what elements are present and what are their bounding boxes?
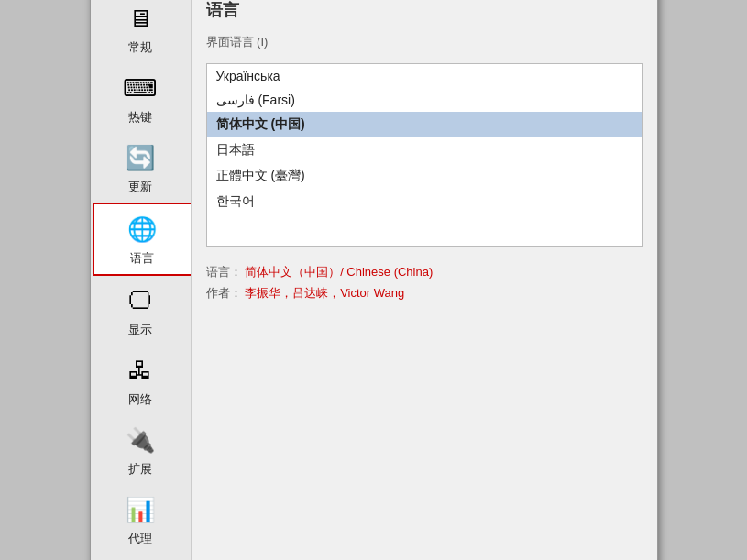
lang-item-ukrainian[interactable]: Українська (207, 64, 642, 88)
interface-lang-label: 界面语言 (I) (206, 34, 643, 50)
network-icon: 🖧 (123, 353, 158, 388)
lang-item-chinese-simplified[interactable]: 简体中文 (中国) (207, 112, 642, 137)
section-title: 语言 (206, 0, 643, 21)
sidebar-item-proxy[interactable]: 📊 代理 (91, 485, 191, 555)
lang-info-author: 作者： 李振华，吕达崃，Victor Wang (206, 282, 643, 303)
sidebar-label-display: 显示 (128, 322, 152, 338)
monitor-icon: 🖥 (123, 1, 158, 36)
lang-item-korean[interactable]: 한국어 (207, 189, 642, 214)
lang-info: 语言： 简体中文（中国）/ Chinese (China) 作者： 李振华，吕达… (206, 261, 643, 304)
author-label: 作者： (206, 286, 242, 300)
sidebar-label-update: 更新 (128, 179, 152, 195)
sidebar-item-hotkeys[interactable]: ⌨ 热键 (91, 63, 191, 133)
sidebar-label-language: 语言 (130, 250, 154, 267)
sidebar-item-update[interactable]: 🔄 更新 (91, 133, 191, 203)
sidebar-item-general[interactable]: 🖥 常规 (91, 0, 191, 63)
keyboard-icon: ⌨ (123, 71, 158, 105)
globe-icon: 🌐 (125, 212, 159, 247)
sidebar-label-network: 网络 (128, 391, 152, 408)
lang-item-farsi[interactable]: فارسی (Farsi) (207, 88, 642, 112)
refresh-icon: 🔄 (123, 140, 158, 175)
lang-item-chinese-traditional[interactable]: 正體中文 (臺灣) (207, 163, 642, 189)
sidebar-label-proxy: 代理 (128, 531, 152, 547)
language-list-container[interactable]: Українська فارسی (Farsi) 简体中文 (中国) 日本語 正… (206, 63, 643, 247)
content-area: 语言 界面语言 (I) Українська فارسی (Farsi) 简体中… (192, 0, 657, 560)
lang-label: 语言： (206, 265, 242, 279)
sidebar: 🖥 常规 ⌨ 热键 🔄 更新 🌐 语言 🖵 显示 🖧 网络 (91, 0, 192, 560)
lang-item-japanese[interactable]: 日本語 (207, 137, 642, 163)
display-icon: 🖵 (123, 283, 158, 318)
extend-icon: 🔌 (123, 423, 158, 457)
proxy-icon: 📊 (123, 492, 158, 527)
sidebar-item-display[interactable]: 🖵 显示 (91, 276, 191, 346)
sidebar-item-language[interactable]: 🌐 语言 (93, 203, 191, 276)
language-list: Українська فارسی (Farsi) 简体中文 (中国) 日本語 正… (207, 64, 642, 214)
author-value: 李振华，吕达崃，Victor Wang (245, 286, 404, 300)
sidebar-label-hotkeys: 热键 (128, 109, 152, 126)
lang-value: 简体中文（中国）/ Chinese (China) (245, 265, 433, 279)
dialog-body: 🖥 常规 ⌨ 热键 🔄 更新 🌐 语言 🖵 显示 🖧 网络 (91, 0, 657, 560)
lang-info-language: 语言： 简体中文（中国）/ Chinese (China) (206, 261, 643, 282)
sidebar-item-extend[interactable]: 🔌 扩展 (91, 415, 191, 485)
sidebar-label-general: 常规 (128, 39, 152, 56)
sidebar-label-extend: 扩展 (128, 461, 152, 478)
sidebar-item-network[interactable]: 🖧 网络 (91, 346, 191, 415)
dialog-window: 🔧 VirtualBox - 全局设定 ? ✕ 🖥 常规 ⌨ 热键 🔄 更新 (90, 0, 658, 560)
